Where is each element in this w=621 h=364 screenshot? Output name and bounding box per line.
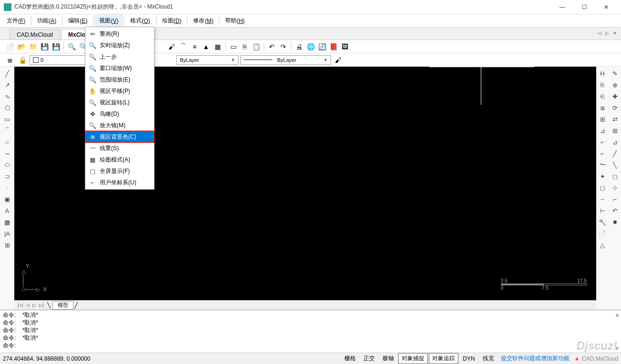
close-button[interactable]: ✕ [595, 0, 617, 14]
status-lwt[interactable]: 线宽 [479, 353, 497, 364]
menu-format[interactable]: 格式(O) [125, 14, 155, 27]
corner3-tool[interactable]: ⌐ [609, 194, 621, 204]
model-nav-first[interactable]: |◁ [16, 303, 24, 308]
polyline-tool[interactable]: ∿ [1, 91, 13, 101]
ruler-tool[interactable]: ⊢ [596, 205, 609, 216]
burst-tool[interactable]: ✸ [609, 217, 621, 227]
saveas-button[interactable]: 💾 [51, 41, 61, 52]
undo-button[interactable]: ↶ [267, 41, 277, 52]
maximize-button[interactable]: ☐ [573, 0, 595, 14]
paste-button[interactable]: 📋 [251, 41, 261, 52]
menu-window-zoom[interactable]: 🔍窗口缩放(W) [85, 62, 154, 74]
model-nav-last[interactable]: ▷| [38, 303, 46, 308]
polygon-tool[interactable]: ⬠ [1, 102, 13, 113]
status-polar[interactable]: 极轴 [379, 353, 397, 364]
print-button[interactable]: 🖨 [294, 41, 304, 52]
arc-tool[interactable]: ⌒ [1, 125, 13, 136]
menu-edit[interactable]: 编辑(E) [63, 14, 92, 27]
scroll-up-icon[interactable]: ∧ [615, 311, 619, 319]
menu-prev-step[interactable]: 🔍上一步 [85, 51, 154, 62]
corner2-tool[interactable]: ⌐ [596, 148, 609, 159]
menu-pan[interactable]: ✋视区平移(P) [85, 85, 154, 97]
brush-button[interactable]: 🖌 [166, 41, 177, 52]
paste2-tool[interactable]: ⎗ [596, 91, 609, 101]
command-input[interactable]: 命令: [3, 342, 618, 349]
ellipse-tool[interactable]: ⬭ [1, 160, 13, 170]
mtext-tool[interactable]: |A [1, 228, 13, 239]
move-tool[interactable]: ⇄ [609, 114, 621, 124]
open2-button[interactable]: 📁 [28, 41, 38, 52]
redo-button[interactable]: ↷ [278, 41, 289, 52]
dim-tool[interactable]: H [596, 68, 609, 79]
copy2-tool[interactable]: ⎘ [596, 80, 609, 90]
undo2-tool[interactable]: ↶ [609, 205, 621, 216]
menu-view[interactable]: 视图(V) [94, 14, 123, 27]
feedback-link[interactable]: 提交软件问题或增加新功能 [501, 354, 569, 363]
ray-tool[interactable]: ↗ [1, 80, 13, 90]
mirror2-tool[interactable]: ⊿ [609, 137, 621, 147]
arc-button[interactable]: ⌒ [178, 41, 188, 52]
save-button[interactable]: 💾 [39, 41, 50, 52]
dimension-tool[interactable]: ⊞ [1, 240, 13, 250]
menu-redraw[interactable]: ✏重画(R) [85, 28, 154, 40]
mirror-tool[interactable]: ⊿ [596, 125, 609, 136]
new-button[interactable]: 📄 [5, 41, 15, 52]
model-nav-next[interactable]: ▷ [31, 303, 38, 308]
menu-help[interactable]: 帮助(H) [220, 14, 249, 27]
menu-viewport-rotate[interactable]: 🔍视区旋转(L) [85, 97, 154, 108]
menu-aerial[interactable]: ✥鸟瞰(D) [85, 108, 154, 120]
layer-lock-icon[interactable]: 🔒 [17, 55, 28, 65]
edit-tool[interactable]: ✎ [609, 68, 621, 79]
divide-tool[interactable]: ⊹ [609, 182, 621, 193]
add-tool[interactable]: ✚ [609, 91, 621, 101]
menu-lineweight[interactable]: 〰线重(S) [85, 142, 154, 154]
open-button[interactable]: 📂 [16, 41, 27, 52]
model-tab[interactable]: 模型 [52, 301, 73, 310]
spark-tool[interactable]: ✦ [596, 171, 609, 182]
status-ortho[interactable]: 正交 [360, 353, 378, 364]
copy-button[interactable]: ⎘ [239, 41, 250, 52]
minimize-button[interactable]: — [551, 0, 573, 14]
tab-nav-left-icon[interactable]: ◁ [596, 30, 603, 36]
menu-magnifier[interactable]: 🔍放大镜(M) [85, 120, 154, 131]
menu-draw-mode[interactable]: ▦绘图模式(A) [85, 154, 154, 165]
scroll-down-icon[interactable]: ∨ [615, 344, 619, 352]
corner-tool[interactable]: ⌐ [596, 137, 609, 147]
menu-draw[interactable]: 绘图(D) [157, 14, 186, 27]
grid2-tool[interactable]: ⊞ [596, 114, 609, 124]
menu-file[interactable]: 文件(F) [2, 14, 30, 27]
ellipse-arc-tool[interactable]: ⊃ [1, 171, 13, 182]
tab-cad-mxcloud[interactable]: CAD.MxCloud [10, 29, 60, 40]
block-tool[interactable]: ▣ [1, 194, 13, 204]
status-dyn[interactable]: DYN [459, 354, 478, 364]
line3-tool[interactable]: ╲ [609, 160, 621, 170]
menu-extent-zoom[interactable]: 🔍范围缩放(E) [85, 74, 154, 85]
tab-nav-right-icon[interactable]: ▷ [604, 30, 611, 36]
status-grid[interactable]: 栅格 [341, 353, 359, 364]
grid3-tool[interactable]: ⊞ [609, 125, 621, 136]
select-button[interactable]: ▭ [228, 41, 238, 52]
menu-fullscreen[interactable]: ▢全屏显示(F) [85, 165, 154, 177]
status-otrack[interactable]: 对象追踪 [429, 353, 458, 364]
hatch-tool[interactable]: ▦ [1, 217, 13, 227]
circle-tool[interactable]: ○ [1, 137, 13, 147]
menu-ucs[interactable]: ⌐用户坐标系(U) [85, 177, 154, 188]
menu-modify[interactable]: 修改(M) [188, 14, 218, 27]
menu-function[interactable]: 功能(A) [32, 14, 61, 27]
spline-tool[interactable]: ∼ [1, 148, 13, 159]
rotate-tool[interactable]: ⟳ [609, 102, 621, 113]
tab-close-icon[interactable]: ✕ [611, 30, 618, 36]
layer-button[interactable]: ▦ [212, 41, 223, 52]
pdf-button[interactable]: 📕 [328, 41, 339, 52]
highlight-button[interactable]: ▲ [201, 41, 211, 52]
line-tool[interactable]: ╱ [1, 68, 13, 79]
point-tool[interactable]: · [1, 182, 13, 193]
new2-tool[interactable]: 📄 [596, 228, 609, 239]
box2-tool[interactable]: ◻ [609, 171, 621, 182]
menu-realtime-zoom[interactable]: 🔍实时缩放(Z) [85, 40, 154, 51]
wrench-tool[interactable]: 🔧 [596, 217, 609, 227]
measure-tool[interactable]: △ [596, 240, 609, 250]
line2-tool[interactable]: ╱ [609, 148, 621, 159]
zoom-button[interactable]: 🔍 [66, 41, 77, 52]
layer-icon[interactable]: ≣ [5, 55, 15, 65]
